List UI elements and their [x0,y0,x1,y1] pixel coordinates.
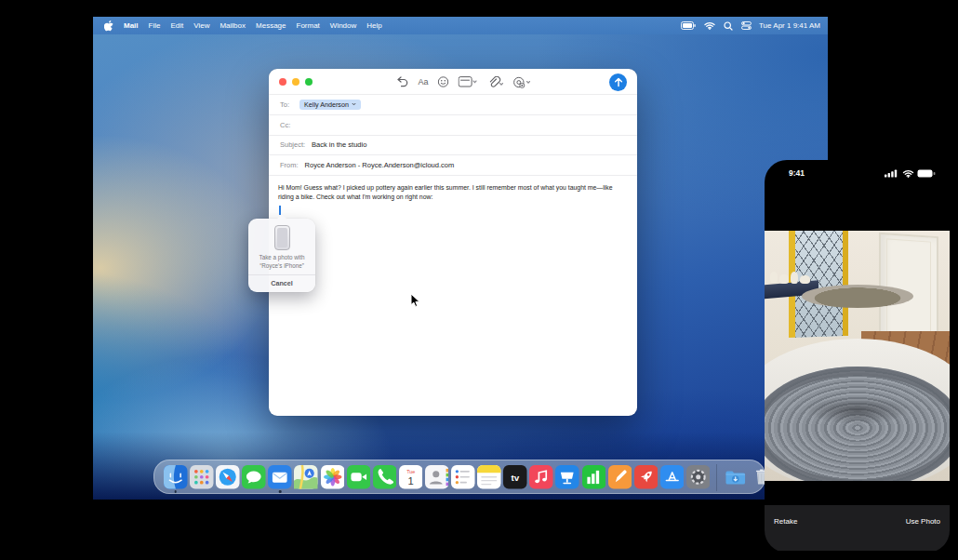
compose-toolbar: Aa [269,69,637,95]
svg-text:tv: tv [512,473,520,483]
close-window-button[interactable] [279,78,286,86]
menu-item-message[interactable]: Message [256,21,286,30]
screen: MailFileEditViewMailboxMessageFormatWind… [0,0,958,560]
photo-clay-pot [802,285,913,407]
menu-item-help[interactable]: Help [366,21,381,30]
dock-facetime-icon[interactable] [347,465,371,489]
dock-downloads-icon[interactable] [724,465,748,489]
menu-item-mail[interactable]: Mail [124,21,139,30]
menu-item-window[interactable]: Window [330,21,356,30]
dock-safari-icon[interactable] [216,465,240,489]
photo-pottery-piece [779,274,789,284]
dock-reminders-icon[interactable] [451,465,475,489]
menu-bar-status-icons [681,21,752,31]
zoom-window-button[interactable] [305,78,313,86]
to-label: To: [280,100,293,109]
dock-finder-icon[interactable] [164,465,188,489]
menu-items: MailFileEditViewMailboxMessageFormatWind… [124,21,382,30]
menu-item-edit[interactable]: Edit [170,21,183,30]
compose-toolbar-icons: Aa [397,69,531,95]
subject-label: Subject: [280,140,305,149]
wifi-icon [902,169,914,178]
photo-pottery-piece [770,272,778,283]
message-body-editor[interactable]: Hi Mom! Guess what? I picked up pottery … [269,176,637,215]
menu-item-mailbox[interactable]: Mailbox [220,21,246,30]
iphone-continuity-camera-screen: 9:41 Retake Use Photo [765,160,950,553]
menu-item-format[interactable]: Format [297,21,320,30]
subject-value: Back in the studio [312,140,366,149]
insert-photo-icon[interactable] [513,76,531,88]
iphone-device-icon [274,225,290,250]
dock-rocket-icon[interactable] [634,465,659,489]
from-field[interactable]: From: Royce Anderson - Royce.Anderson@ic… [269,155,637,176]
svg-text:1: 1 [407,475,413,487]
popover-title-line2: “Royce's iPhone” [252,262,312,271]
menu-bar-clock[interactable]: Tue Apr 1 9:41 AM [759,21,820,30]
dock-phone-icon[interactable] [373,465,397,489]
dock-appstore-icon[interactable] [660,465,685,489]
dock-settings-icon[interactable] [686,465,711,489]
minimize-window-button[interactable] [292,78,299,86]
iphone-clock: 9:41 [789,168,805,178]
retake-button[interactable]: Retake [774,517,797,551]
apple-menu-icon[interactable] [104,20,113,32]
dock-messages-icon[interactable] [242,465,266,489]
emoji-icon[interactable] [438,76,449,87]
dock-contacts-icon[interactable] [425,465,449,489]
send-button[interactable] [609,73,627,91]
captured-pottery-photo [765,231,950,481]
svg-text:Tue: Tue [406,469,415,474]
dock-calendar-icon[interactable]: Tue1 [399,465,423,489]
dock-tv-icon[interactable]: tv [503,465,527,489]
dock: Tue1tv [153,460,765,494]
dock-notes-icon[interactable] [477,465,501,489]
from-label: From: [280,161,299,169]
take-photo-popover: Take a photo with “Royce's iPhone” Cance… [248,219,315,292]
cancel-button[interactable]: Cancel [248,275,315,292]
cc-field[interactable]: Cc: [269,115,637,136]
running-indicator-dot [279,490,282,493]
from-value: Royce Anderson - Royce.Anderson@icloud.c… [305,161,455,169]
iphone-status-icons [885,169,936,178]
cellular-signal-icon [885,169,898,178]
camera-action-bar: Retake Use Photo [765,505,950,551]
send-up-arrow-icon [614,77,623,87]
token-chevron-down-icon [352,102,356,106]
message-body-text: Hi Mom! Guess what? I picked up pottery … [278,183,628,202]
battery-icon[interactable] [681,21,696,30]
dock-keynote-icon[interactable] [555,465,579,489]
mouse-pointer-icon [410,293,420,312]
window-controls [279,78,313,86]
dock-pages-icon[interactable] [608,465,632,489]
menu-item-view[interactable]: View [193,21,209,30]
subject-field[interactable]: Subject: Back in the studio [269,136,637,156]
recipient-token[interactable]: Kelly Anderson [299,100,361,111]
header-fields-icon[interactable] [459,76,478,87]
running-indicator-dot [174,490,177,493]
use-photo-button[interactable]: Use Photo [906,517,940,551]
iphone-status-bar: 9:41 [765,167,950,180]
photo-pottery-piece [791,272,798,284]
dock-numbers-icon[interactable] [582,465,606,489]
fonts-icon[interactable]: Aa [419,77,429,87]
search-icon[interactable] [724,21,733,31]
undo-icon[interactable] [397,76,409,87]
dock-maps-icon[interactable] [294,465,318,489]
to-field[interactable]: To: Kelly Anderson [269,95,637,115]
dock-launchpad-icon[interactable] [190,465,214,489]
menu-item-file[interactable]: File [149,21,161,30]
control-center-icon[interactable] [741,21,752,30]
mac-desktop-wallpaper: MailFileEditViewMailboxMessageFormatWind… [93,17,828,500]
dock-mail-icon[interactable] [268,465,292,489]
wifi-icon[interactable] [704,21,715,30]
dock-music-icon[interactable] [529,465,553,489]
battery-icon [917,169,936,178]
dock-photos-icon[interactable] [321,465,345,489]
popover-title-line1: Take a photo with [252,254,312,262]
cc-label: Cc: [280,121,293,129]
photo-pottery-piece [800,275,810,284]
dock-divider [716,464,717,491]
menu-bar: MailFileEditViewMailboxMessageFormatWind… [93,17,828,34]
attach-icon[interactable] [487,76,504,88]
mail-compose-window: Aa To: Kelly Anderson Cc: Subject: Back … [269,69,637,416]
